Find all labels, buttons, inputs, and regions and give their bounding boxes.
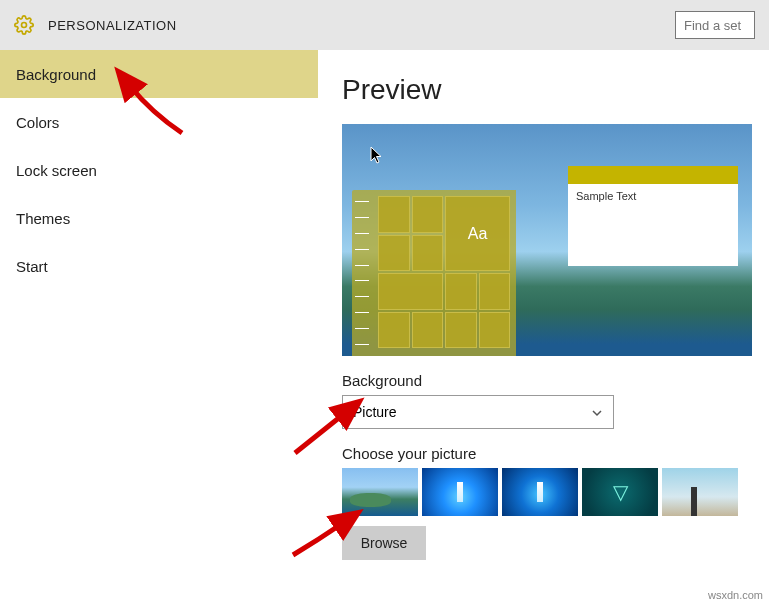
sidebar: Background Colors Lock screen Themes Sta… [0, 50, 318, 605]
preview-sample-text: Sample Text [568, 184, 738, 208]
sidebar-item-background[interactable]: Background [0, 50, 318, 98]
browse-button[interactable]: Browse [342, 526, 426, 560]
svg-point-0 [22, 23, 27, 28]
sidebar-item-label: Lock screen [16, 162, 97, 179]
layout: Background Colors Lock screen Themes Sta… [0, 50, 769, 605]
preview-tile-aa: Aa [445, 196, 510, 271]
header-bar: PERSONALIZATION [0, 0, 769, 50]
thumbnail-beach-walker[interactable] [662, 468, 738, 516]
background-dropdown[interactable]: Picture [342, 395, 614, 429]
background-dropdown-value: Picture [353, 404, 397, 420]
chevron-down-icon [591, 406, 603, 418]
sidebar-item-label: Start [16, 258, 48, 275]
preview-sample-window: Sample Text [568, 166, 738, 266]
thumbnail-windows-hero-1[interactable] [422, 468, 498, 516]
header-left: PERSONALIZATION [14, 15, 177, 35]
choose-picture-label: Choose your picture [342, 445, 745, 462]
main-content: Preview Aa Sample Text Background [318, 50, 769, 605]
sidebar-item-start[interactable]: Start [0, 242, 318, 290]
sidebar-item-label: Background [16, 66, 96, 83]
thumbnail-row: ▽ [342, 468, 745, 516]
gear-icon [14, 15, 34, 35]
thumbnail-crater-bay[interactable] [342, 468, 418, 516]
page-title: PERSONALIZATION [48, 18, 177, 33]
thumbnail-windows-hero-2[interactable] [502, 468, 578, 516]
cursor-icon [370, 146, 384, 168]
sidebar-item-label: Themes [16, 210, 70, 227]
sidebar-item-colors[interactable]: Colors [0, 98, 318, 146]
sidebar-item-label: Colors [16, 114, 59, 131]
sidebar-item-lock-screen[interactable]: Lock screen [0, 146, 318, 194]
preview-start-menu: Aa [352, 190, 516, 356]
preview-image: Aa Sample Text [342, 124, 752, 356]
sidebar-item-themes[interactable]: Themes [0, 194, 318, 242]
thumbnail-teal-triangle[interactable]: ▽ [582, 468, 658, 516]
watermark: wsxdn.com [708, 589, 763, 601]
search-input[interactable] [675, 11, 755, 39]
background-label: Background [342, 372, 745, 389]
preview-heading: Preview [342, 74, 745, 106]
